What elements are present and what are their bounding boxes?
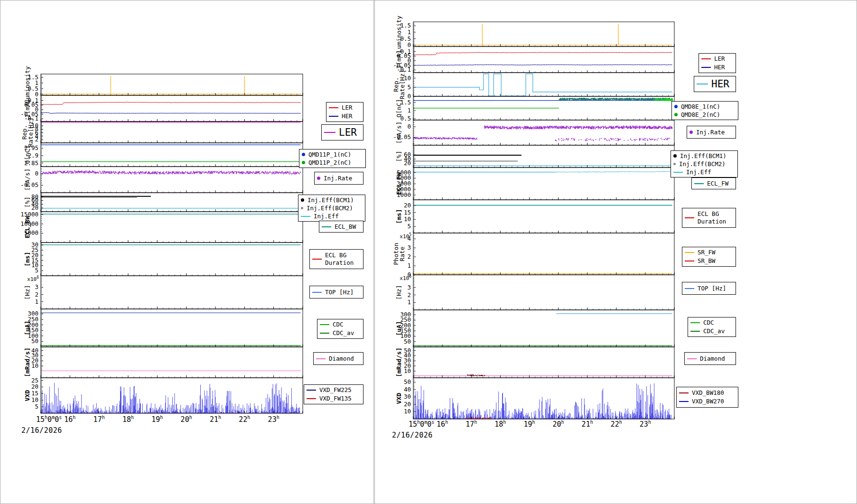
y-axis-title: VXD (395, 393, 402, 404)
subplot-reprate: 1050Rep.Rate[Hz] (392, 70, 675, 100)
y-axis-title: ECL_BW (24, 216, 31, 238)
y-tick-label: 50 (404, 378, 411, 385)
legend-item: Diamond (687, 355, 733, 363)
legend-label: Inj.Eff(BCM2) (679, 160, 726, 168)
line-marker-icon (687, 358, 697, 359)
line-marker-icon (694, 183, 704, 184)
y-axis-title: [ms] (24, 252, 31, 266)
legend-label: VXD_BW270 (692, 398, 724, 405)
series-VXD_FW225 (41, 383, 299, 413)
axis-scale-prefix: x106 (400, 274, 411, 281)
legend-cdc-left: CDCCDC_av (317, 319, 363, 339)
y-tick-label: 5 (407, 223, 411, 230)
y-tick-label: 5 (407, 84, 411, 91)
subplot-frame (41, 212, 303, 243)
subplot-injrate: 0-0.05[mA/s] (393, 120, 674, 145)
legend-her-big-right: HER (694, 76, 736, 92)
legend-label: QMD8E_2(nC) (681, 111, 720, 119)
dot-marker-icon (301, 198, 304, 202)
y-axis-title: [%] (24, 196, 31, 207)
subplot-injeff: 80604020[%] (24, 193, 303, 212)
series-Inj.Rate-low (555, 138, 671, 141)
y-axis-title: [mRad/s] (395, 347, 402, 377)
subplot-frame (413, 145, 674, 168)
legend-label: HER (342, 112, 353, 120)
subplot-frame (41, 309, 303, 347)
y-tick-label: 3 (407, 244, 411, 251)
series-HER (41, 112, 301, 113)
subplot-frame (413, 22, 674, 47)
panel-right: 1.510.50Luminosity0.10.050-0.05-0.1I[mA]… (392, 16, 675, 429)
y-tick-label: 3 (35, 283, 38, 290)
legend-label: QMD8E_1(nC) (681, 103, 720, 111)
series-LER (41, 102, 301, 104)
legend-label: Inj.Eff(BCM1) (680, 152, 727, 160)
subplot-series (41, 170, 301, 175)
legend-item: Inj.Rate (317, 175, 361, 182)
legend-qmd-right: QMD8E_1(nC)QMD8E_2(nC) (671, 101, 738, 120)
y-axis-title: Rep.Rate[Hz] (392, 70, 406, 100)
y-axis-title: I[mA] (395, 50, 402, 69)
legend-item: ECL BGDuration (685, 210, 733, 225)
legend-ecl-bg-right: ECL BGDuration (682, 208, 736, 228)
y-tick-label: 20 (404, 159, 411, 167)
panel-left: 1.510.50Luminosity0.10.050-0.05-0.1I[mA]… (20, 66, 303, 424)
y-tick-label: 2 (407, 253, 411, 260)
legend-item: CDC_av (690, 327, 733, 335)
legend-ecl-fw-right: ECL_FW (691, 177, 736, 189)
legend-ler-her-right: LERHER (699, 53, 736, 73)
legend-sr-right: SR_FWSR_BW (682, 247, 736, 267)
y-tick-label: 1 (407, 262, 411, 269)
line-marker-icon (312, 259, 322, 260)
series-HER (413, 74, 672, 96)
legend-item: CDC (320, 321, 361, 328)
subplot-frame (413, 310, 674, 347)
x-tick-label: 16h (437, 420, 448, 429)
y-tick-label: 0 (407, 123, 411, 130)
series-ECL_FW-late (555, 171, 672, 173)
legend-item: SR_FW (685, 249, 733, 256)
subplot-vxd: 252015105VXD (24, 377, 303, 413)
subplot-frame (41, 243, 303, 276)
x-tick-label: 17h (93, 415, 105, 424)
line-marker-icon (685, 217, 694, 218)
line-marker-icon (697, 84, 708, 84)
x-tick-label: 15h0m0s (409, 420, 434, 429)
line-marker-icon (320, 324, 329, 325)
legend-item: SR_BW (685, 257, 733, 265)
legend-item: VXD_BW270 (679, 398, 736, 405)
subplot-series (413, 383, 671, 419)
y-axis-title: [mA/s] (24, 168, 31, 191)
legend-label: Diamond (700, 355, 725, 363)
y-axis-title: Rep.Rate[Hz] (21, 117, 34, 147)
y-tick-label: 20 (31, 204, 38, 211)
series-HER (413, 65, 672, 65)
legend-label: LER (714, 55, 725, 63)
legend-label: ECL_FW (707, 180, 728, 187)
legend-label: QMD11P_1(nC) (308, 151, 351, 159)
legend-inj-eff-right: Inj.Eff(BCM1)Inj.Eff(BCM2)Inj.Eff (671, 150, 738, 177)
subplot-frame (413, 200, 674, 233)
series-VXD_BW270 (413, 383, 671, 419)
x-tick-label: 23h (268, 415, 279, 424)
line-marker-icon (690, 331, 700, 332)
subplot-frame (41, 121, 303, 143)
y-tick-label: 1 (407, 299, 411, 306)
legend-item: QMD11P_1(nC) (302, 151, 363, 159)
legend-label: ECL BGDuration (698, 210, 726, 225)
legend-label: CDC_av (333, 329, 354, 337)
x-tick-label: 16h (64, 415, 75, 424)
legend-label: Inj.Rate (696, 129, 725, 136)
subplot-series (41, 196, 301, 208)
legend-vxd-right: VXD_BW180VXD_BW270 (676, 387, 738, 408)
y-axis-title: Q[nC] (395, 99, 402, 117)
legend-label: TOP [Hz] (325, 289, 354, 296)
x-tick-label: 15h0m0s (36, 415, 62, 424)
y-tick-label: 15 (404, 209, 411, 216)
legend-label: Inj.Eff (686, 168, 711, 176)
legend-item: HER (329, 112, 361, 120)
legend-item: VXD_FW225 (307, 386, 361, 394)
line-marker-icon (685, 288, 694, 289)
dot-marker-icon (317, 177, 320, 180)
dot-marker-icon (301, 207, 303, 209)
